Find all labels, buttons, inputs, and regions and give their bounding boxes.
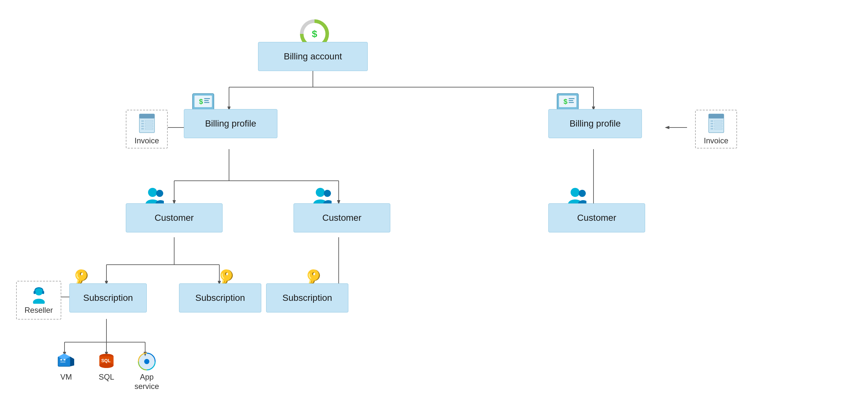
connector-lines [0, 0, 868, 398]
svg-point-80 [156, 190, 163, 197]
svg-point-103 [99, 363, 114, 368]
svg-rect-53 [569, 102, 574, 103]
svg-rect-74 [714, 120, 722, 122]
svg-text:$: $ [563, 97, 567, 106]
svg-rect-58 [140, 116, 155, 118]
svg-rect-52 [569, 100, 573, 101]
svg-point-106 [144, 359, 149, 364]
svg-text:$: $ [199, 97, 203, 106]
svg-point-82 [316, 188, 325, 197]
sql-resource: SQL SQL [92, 352, 121, 381]
billing-account-node: Billing account [258, 42, 368, 71]
svg-rect-65 [145, 125, 153, 127]
billing-profile-left-node: Billing profile [184, 109, 277, 138]
svg-rect-73 [711, 128, 713, 130]
svg-point-91 [33, 298, 45, 304]
invoice-right-node: Invoice [695, 110, 737, 148]
svg-rect-61 [141, 125, 144, 127]
svg-rect-100 [60, 362, 65, 363]
diagram-container: $ Billing account $ Billing profile [0, 0, 868, 398]
svg-rect-41 [194, 95, 212, 107]
subscription-3-node: Subscription [266, 283, 348, 312]
svg-rect-98 [60, 359, 62, 361]
svg-rect-49 [559, 95, 577, 107]
svg-rect-77 [714, 128, 722, 130]
svg-point-78 [148, 188, 157, 197]
svg-marker-97 [70, 357, 74, 366]
svg-point-86 [570, 188, 580, 197]
svg-rect-70 [711, 120, 713, 122]
customer-1-node: Customer [126, 203, 223, 232]
billing-profile-right-node: Billing profile [548, 109, 642, 138]
customer-2-node: Customer [293, 203, 390, 232]
vm-resource: VM [52, 352, 81, 381]
svg-point-88 [579, 190, 586, 197]
svg-rect-93 [42, 291, 44, 294]
svg-point-84 [324, 190, 331, 197]
svg-rect-66 [145, 128, 153, 130]
reseller-label: Reseller [25, 306, 53, 315]
svg-rect-99 [64, 359, 65, 361]
svg-rect-60 [141, 123, 144, 124]
reseller-node: Reseller [16, 281, 61, 319]
svg-rect-75 [714, 123, 722, 124]
invoice-right-label: Invoice [704, 136, 728, 145]
svg-rect-64 [145, 123, 153, 124]
subscription-2-node: Subscription [179, 283, 261, 312]
svg-rect-71 [711, 123, 713, 124]
invoice-left-label: Invoice [134, 136, 159, 145]
svg-rect-72 [711, 125, 713, 127]
svg-rect-92 [34, 291, 35, 294]
svg-rect-43 [204, 98, 210, 99]
subscription-1-node: Subscription [69, 283, 147, 312]
svg-rect-51 [569, 98, 575, 99]
svg-rect-44 [204, 100, 209, 101]
customer-3-node: Customer [548, 203, 645, 232]
svg-rect-76 [714, 125, 722, 127]
svg-rect-63 [145, 120, 153, 122]
svg-rect-62 [141, 128, 144, 130]
svg-rect-45 [204, 102, 209, 103]
svg-text:SQL: SQL [101, 358, 111, 363]
invoice-left-node: Invoice [126, 110, 168, 148]
appservice-resource: App service [131, 352, 163, 391]
svg-rect-59 [141, 120, 144, 122]
svg-rect-69 [709, 116, 724, 118]
svg-marker-10 [665, 126, 669, 129]
